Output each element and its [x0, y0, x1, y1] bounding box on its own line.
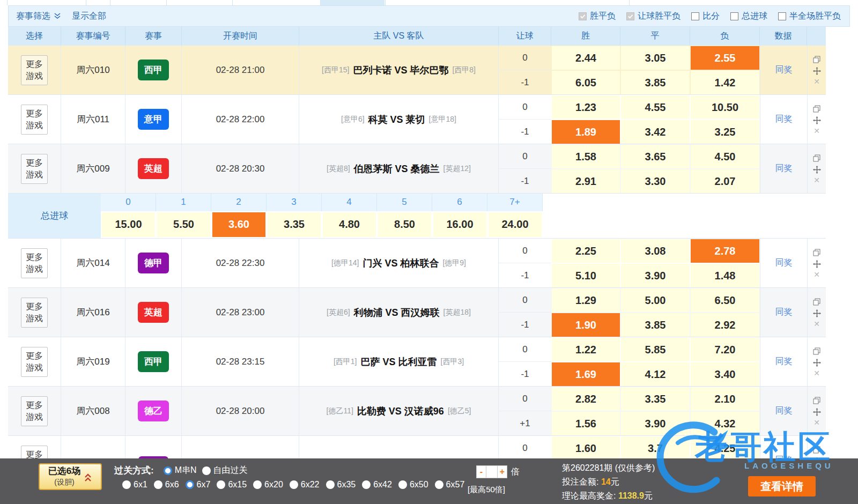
odds-draw[interactable]: 3.05 [621, 46, 690, 70]
radio-combo-6x42[interactable]: 6x42 [362, 480, 392, 490]
show-all-link[interactable]: 显示全部 [72, 11, 106, 22]
radio-combo-6x20[interactable]: 6x20 [253, 480, 283, 490]
copy-icon[interactable] [813, 347, 820, 355]
odds-win[interactable]: 1.56 [552, 412, 620, 435]
odds-win[interactable]: 6.05 [552, 71, 620, 94]
same-prize-link[interactable]: 同奖 [775, 64, 793, 76]
odds-lose[interactable]: 1.48 [691, 264, 759, 287]
chevron-double-down-icon[interactable] [54, 12, 61, 20]
copy-icon[interactable] [813, 56, 820, 63]
odds-win[interactable]: 1.60 [552, 436, 620, 460]
odds-draw[interactable]: 3.08 [621, 239, 690, 263]
odds-win[interactable]: 1.58 [552, 145, 620, 168]
checkbox-win-draw-lose[interactable] [579, 12, 587, 20]
odds-win[interactable]: 1.22 [552, 338, 620, 361]
copy-icon[interactable] [813, 249, 820, 256]
odds-lose[interactable]: 4.25 [691, 436, 759, 460]
odds-lose[interactable]: 1.42 [691, 71, 759, 94]
odds-win[interactable]: 2.91 [552, 169, 620, 193]
move-icon[interactable] [813, 309, 821, 317]
view-details-button[interactable]: 查看详情 [748, 476, 816, 496]
radio-combo-6x7[interactable]: 6x7 [186, 480, 211, 490]
radio-combo-6x50[interactable]: 6x50 [398, 480, 428, 490]
radio-combo-6x57[interactable]: 6x57 [435, 480, 465, 490]
odds-win-selected[interactable]: 1.89 [552, 120, 620, 144]
multiplier-input[interactable] [486, 465, 497, 478]
odds-lose-selected[interactable]: 2.78 [691, 239, 759, 263]
goals-odds[interactable]: 15.00 [102, 212, 155, 237]
more-games-button[interactable]: 更多游戏 [21, 347, 48, 377]
goals-odds[interactable]: 8.50 [378, 212, 431, 237]
more-games-button[interactable]: 更多游戏 [21, 298, 48, 328]
goals-odds-selected[interactable]: 3.60 [212, 212, 265, 237]
odds-draw[interactable]: 3.42 [621, 120, 690, 144]
match-filter-link[interactable]: 赛事筛选 [16, 11, 50, 22]
goals-odds[interactable]: 16.00 [433, 212, 486, 237]
odds-win[interactable]: 1.29 [552, 288, 620, 312]
odds-win-selected[interactable]: 1.69 [552, 362, 620, 386]
copy-icon[interactable] [813, 397, 820, 404]
multiplier-plus-button[interactable]: + [497, 465, 507, 478]
odds-draw[interactable]: 4.55 [621, 95, 690, 119]
move-icon[interactable] [813, 408, 821, 416]
same-prize-link[interactable]: 同奖 [775, 356, 793, 367]
more-games-button[interactable]: 更多游戏 [21, 55, 48, 85]
odds-draw[interactable]: 3.30 [621, 169, 690, 193]
close-icon[interactable]: ✕ [813, 272, 820, 277]
odds-win[interactable]: 1.23 [552, 95, 620, 119]
odds-lose[interactable]: 3.25 [691, 120, 759, 144]
odds-lose[interactable]: 10.50 [691, 95, 759, 119]
radio-combo-6x22[interactable]: 6x22 [290, 480, 320, 490]
odds-draw[interactable]: 3.85 [621, 313, 690, 337]
odds-draw[interactable]: 4.12 [621, 362, 690, 386]
more-games-button[interactable]: 更多游戏 [21, 154, 48, 184]
close-icon[interactable]: ✕ [813, 79, 820, 84]
copy-icon[interactable] [813, 154, 820, 162]
goals-odds[interactable]: 5.50 [157, 212, 210, 237]
more-games-button[interactable]: 更多游戏 [21, 105, 48, 135]
more-games-button[interactable]: 更多游戏 [21, 248, 48, 278]
odds-lose-selected[interactable]: 2.55 [691, 46, 759, 70]
radio-combo-6x35[interactable]: 6x35 [326, 480, 356, 490]
same-prize-link[interactable]: 同奖 [775, 163, 793, 174]
copy-icon[interactable] [813, 105, 820, 113]
odds-win[interactable]: 2.25 [552, 239, 620, 263]
odds-draw[interactable]: 3.35 [621, 387, 690, 411]
move-icon[interactable] [813, 67, 821, 75]
same-prize-link[interactable]: 同奖 [775, 307, 793, 318]
radio-m-chuan-n[interactable]: M串N [164, 465, 197, 476]
odds-win[interactable]: 5.10 [552, 264, 620, 287]
odds-lose[interactable]: 2.92 [691, 313, 759, 337]
odds-lose[interactable]: 4.32 [691, 412, 759, 435]
move-icon[interactable] [813, 260, 821, 268]
same-prize-link[interactable]: 同奖 [775, 257, 793, 269]
close-icon[interactable]: ✕ [813, 321, 820, 327]
checkbox-score[interactable] [691, 12, 699, 20]
same-prize-link[interactable]: 同奖 [775, 405, 793, 417]
odds-draw[interactable]: 5.00 [621, 288, 690, 312]
multiplier-minus-button[interactable]: - [476, 465, 486, 478]
copy-icon[interactable] [813, 446, 820, 454]
odds-draw[interactable]: 3.90 [621, 264, 690, 287]
checkbox-half-full-wdl[interactable] [778, 12, 786, 20]
checkbox-total-goals[interactable] [730, 12, 738, 20]
move-icon[interactable] [813, 116, 821, 124]
odds-lose[interactable]: 6.50 [691, 288, 759, 312]
goals-odds[interactable]: 24.00 [489, 212, 542, 237]
odds-lose[interactable]: 2.10 [691, 387, 759, 411]
close-icon[interactable]: ✕ [813, 128, 820, 134]
odds-lose[interactable]: 4.50 [691, 145, 759, 168]
radio-free-pass[interactable]: 自由过关 [202, 465, 248, 476]
odds-draw[interactable]: 3.7 [621, 436, 690, 460]
odds-lose[interactable]: 3.40 [691, 362, 759, 386]
checkbox-handicap-wdl[interactable] [626, 12, 634, 20]
goals-odds[interactable]: 4.80 [323, 212, 376, 237]
close-icon[interactable]: ✕ [813, 370, 820, 376]
close-icon[interactable]: ✕ [813, 177, 820, 183]
odds-win[interactable]: 2.82 [552, 387, 620, 411]
odds-draw[interactable]: 5.85 [621, 338, 690, 361]
more-games-button[interactable]: 更多游戏 [21, 396, 48, 426]
radio-combo-6x15[interactable]: 6x15 [217, 480, 247, 490]
odds-draw[interactable]: 3.85 [621, 71, 690, 94]
radio-combo-6x6[interactable]: 6x6 [154, 480, 179, 490]
